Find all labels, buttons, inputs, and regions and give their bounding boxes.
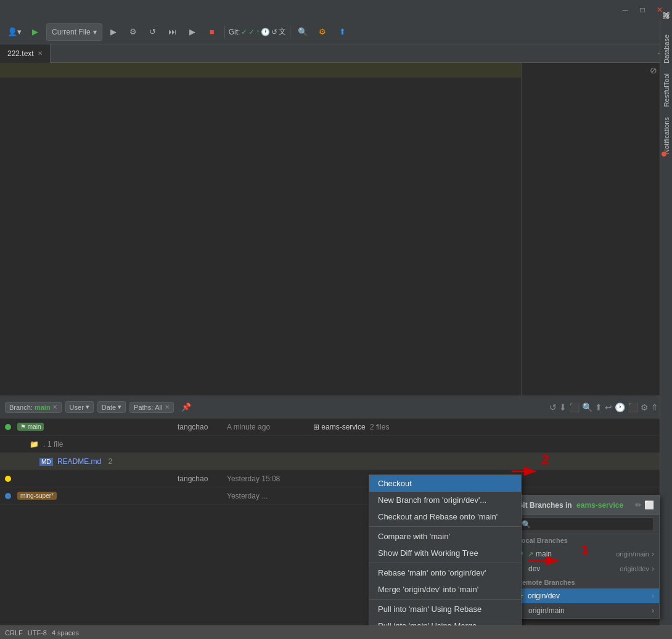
branch-tag-ming: ming-super* xyxy=(17,492,57,500)
tab-close-button[interactable]: ✕ xyxy=(38,50,43,57)
git-col-author-2: tangchao xyxy=(178,474,227,483)
cm-checkout-rebase[interactable]: Checkout and Rebase onto 'main' xyxy=(369,508,521,525)
git-label: Git: xyxy=(229,28,240,36)
play2-button[interactable]: ▶ xyxy=(184,23,201,41)
gbp-edit-button[interactable]: ✏ xyxy=(635,500,642,510)
cm-show-diff-label: Show Diff with Working Tree xyxy=(378,548,478,558)
git-log-row-sub2[interactable]: MD README.md 2 xyxy=(0,453,672,470)
cm-sep3 xyxy=(369,599,521,600)
gbp-origin-dev-label: origin/dev xyxy=(528,592,649,600)
gbp-remote-origin-dev[interactable]: ★ origin/dev › xyxy=(512,588,659,603)
cm-compare-label: Compare with 'main' xyxy=(378,532,450,541)
gbp-origin-main-label: origin/main xyxy=(528,606,649,615)
cherry-pick-button[interactable]: 🕐 xyxy=(615,402,625,412)
cm-pull-rebase-label: Pull into 'main' Using Rebase xyxy=(378,604,481,614)
gbp-remote-header: Remote Branches xyxy=(512,576,659,588)
graph-node-2 xyxy=(5,476,11,482)
branch-filter[interactable]: Branch: main ✕ xyxy=(5,402,62,413)
crlf-indicator[interactable]: CRLF xyxy=(5,629,23,637)
fetch-button[interactable]: ⬇ xyxy=(559,402,567,412)
sidebar-tab-wendang[interactable]: 版文文档 xyxy=(660,20,672,30)
options-button[interactable]: ⬛ xyxy=(628,402,638,412)
play-button[interactable]: ▶ xyxy=(105,23,122,41)
editor-main[interactable] xyxy=(0,63,521,445)
graph-button[interactable]: ⬛ xyxy=(569,402,580,412)
debug-button[interactable]: ⚙ xyxy=(125,23,142,41)
paths-close-icon[interactable]: ✕ xyxy=(165,404,170,410)
cm-merge[interactable]: Merge 'origin/dev' into 'main' xyxy=(369,581,521,598)
user-dropdown-icon: ▾ xyxy=(86,403,89,411)
git-col-graph: ⚑ main xyxy=(5,423,178,431)
encoding-indicator[interactable]: UTF-8 xyxy=(28,629,47,637)
gbp-local-main[interactable]: ⚑ ↗ main origin/main › xyxy=(512,547,659,561)
update-button[interactable]: ⬆ xyxy=(334,23,351,41)
gbp-main-label: main xyxy=(536,550,613,558)
git-check2: ✓ xyxy=(248,28,255,36)
branch-label: Branch: xyxy=(9,404,33,411)
git-col-files: ⊞ eams-service 2 files xyxy=(313,423,667,431)
git-log-toolbar-right: ↺ ⬇ ⬛ 🔍 ⬆ ↩ 🕐 ⬛ ⚙ ⇑ ─ xyxy=(549,402,667,412)
sidebar-tab-notifications[interactable]: Notifications xyxy=(662,112,671,159)
context-menu: Checkout New Branch from 'origin/dev'...… xyxy=(369,474,522,639)
graph-node-3 xyxy=(5,493,11,499)
tab-222-text[interactable]: 222.text ✕ xyxy=(0,44,51,63)
sidebar-tab-database[interactable]: Database xyxy=(662,30,671,68)
settings-toolbar-button[interactable]: ⚙ xyxy=(314,23,331,41)
gbp-dev-label: dev xyxy=(528,564,617,573)
git-indicator: Git: ✓ ✓ ↑ 🕐 ↺ 文 xyxy=(229,26,287,37)
branch-close-icon[interactable]: ✕ xyxy=(52,404,57,410)
refresh-log-button[interactable]: ↺ xyxy=(549,402,557,412)
git-log-row[interactable]: ⚑ main tangchao A minute ago ⊞ eams-serv… xyxy=(0,418,672,436)
step-button[interactable]: ⏭ xyxy=(164,23,181,41)
git-log-row-sub1[interactable]: 📁 . 1 file xyxy=(0,436,672,453)
sep2 xyxy=(290,26,290,38)
gbp-main-chevron: › xyxy=(652,550,654,558)
maximize-button[interactable]: □ xyxy=(635,2,650,17)
gbp-local-dev[interactable]: dev origin/dev › xyxy=(512,561,659,576)
paths-filter[interactable]: Paths: All ✕ xyxy=(129,402,173,413)
gbp-dev-chevron: › xyxy=(652,564,654,573)
minimize-button[interactable]: ─ xyxy=(618,2,633,17)
git-col-date-3: Yesterday ... xyxy=(227,492,326,500)
git-col-graph-2 xyxy=(5,476,178,482)
date-label: Date xyxy=(102,404,116,411)
cm-sep1 xyxy=(369,526,521,527)
current-file-dropdown[interactable]: Current File ▾ xyxy=(46,23,102,41)
cm-rebase[interactable]: Rebase 'main' onto 'origin/dev' xyxy=(369,564,521,581)
git-col-date: A minute ago xyxy=(227,423,313,431)
cm-new-branch[interactable]: New Branch from 'origin/dev'... xyxy=(369,492,521,508)
user-filter[interactable]: User ▾ xyxy=(65,401,94,413)
cm-merge-label: Merge 'origin/dev' into 'main' xyxy=(378,585,478,594)
settings-log-button[interactable]: ⚙ xyxy=(641,402,649,412)
cm-checkout[interactable]: Checkout xyxy=(369,475,521,492)
sidebar-tab-restfultool[interactable]: RestfulTool xyxy=(662,68,671,112)
gbp-origin-dev-chevron: › xyxy=(652,592,654,600)
search-log-button[interactable]: 🔍 xyxy=(582,402,592,412)
date-filter[interactable]: Date ▾ xyxy=(97,401,126,413)
close-button[interactable]: ✕ xyxy=(652,2,667,17)
indent-indicator[interactable]: 4 spaces xyxy=(52,629,79,637)
vcs-button[interactable]: 👤▾ xyxy=(5,23,24,41)
expand-button[interactable]: ⇑ xyxy=(651,402,658,412)
diff-icon[interactable]: ⊘ xyxy=(650,65,657,75)
run-button[interactable]: ▶ xyxy=(27,23,44,41)
gbp-search-input[interactable] xyxy=(517,518,654,531)
date-dropdown-icon: ▾ xyxy=(118,403,121,411)
rerun-button[interactable]: ↺ xyxy=(144,23,162,41)
tab-label: 222.text xyxy=(7,49,34,58)
cm-pull-rebase[interactable]: Pull into 'main' Using Rebase xyxy=(369,601,521,617)
cm-show-diff[interactable]: Show Diff with Working Tree xyxy=(369,545,521,561)
search-toolbar-button[interactable]: 🔍 xyxy=(294,23,311,41)
revert-button[interactable]: ↩ xyxy=(605,402,612,412)
line-highlight xyxy=(0,63,521,78)
gbp-expand-button[interactable]: ⬜ xyxy=(644,500,654,510)
graph-node xyxy=(5,424,11,430)
git-log-row-2[interactable]: tangchao Yesterday 15:08 xyxy=(0,470,672,487)
gbp-remote-origin-main[interactable]: origin/main › xyxy=(512,603,659,618)
cm-compare[interactable]: Compare with 'main' xyxy=(369,528,521,545)
pin-button[interactable]: 📌 xyxy=(178,399,195,416)
stop-button[interactable]: ■ xyxy=(203,23,221,41)
git-branches-panel: Git Branches in eams-service ✏ ⬜ Local B… xyxy=(512,495,660,619)
merge-button[interactable]: ⬆ xyxy=(595,402,602,412)
branch-name: main xyxy=(35,404,51,411)
